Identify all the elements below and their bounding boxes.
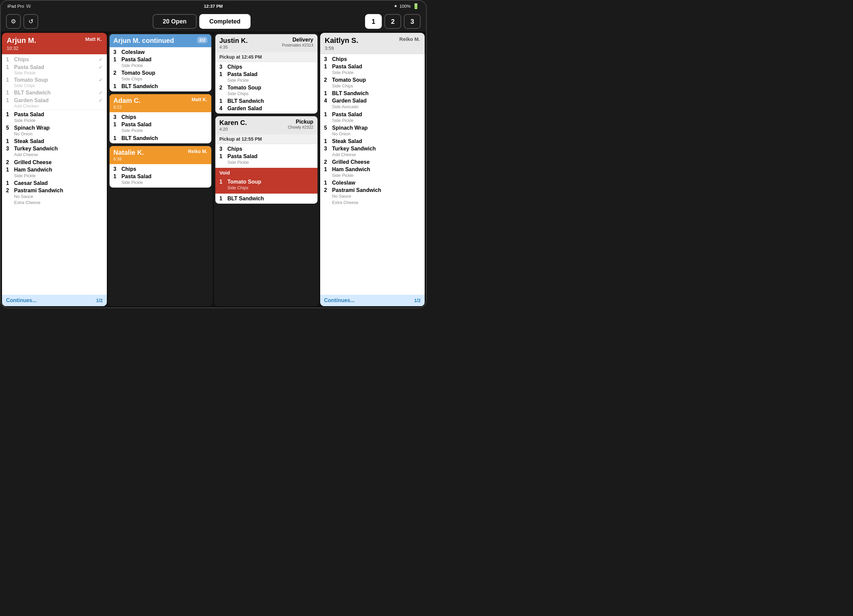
open-orders-tab[interactable]: 20 Open (153, 14, 197, 29)
list-item[interactable]: 1 Tomato Soup ✓ Side Chips (2, 76, 107, 89)
list-item[interactable]: 1 Ham Sandwich Side Pickle (2, 166, 107, 179)
list-item[interactable]: 2 Grilled Cheese (2, 159, 107, 166)
time-display: 12:37 PM (204, 4, 223, 9)
adam-card: Adam C. 8:22 Matt K. 3Chips 1Pasta Salad… (109, 94, 212, 143)
battery-label: 100% (399, 4, 411, 9)
list-item[interactable]: 3Chips (320, 56, 425, 63)
adam-name: Adam C. (114, 97, 141, 105)
settings-button[interactable]: ⚙ (6, 14, 21, 29)
arjun-continued-badge: 2/2 (197, 37, 207, 43)
list-item[interactable]: 2Pastrami Sandwich No Sauce Extra Cheese (320, 187, 425, 206)
list-item[interactable]: 2Grilled Cheese (320, 158, 425, 166)
list-item[interactable]: 1BLT Sandwich (320, 90, 425, 97)
list-item[interactable]: 3 Turkey Sandwich Add Cheese (2, 145, 107, 158)
list-item[interactable]: 5Spinach Wrap No Onion (320, 124, 425, 138)
device-label: iPad Pro (8, 4, 24, 9)
list-item[interactable]: 3Chips (216, 63, 317, 71)
list-item[interactable]: 3Chips (216, 146, 317, 153)
list-item[interactable]: 1 Pasta Salad ✓ Side Pickle (2, 63, 107, 76)
kaitlyn-items: 3Chips 1Pasta Salad Side Pickle 2Tomato … (320, 54, 425, 295)
list-item[interactable]: 1Pasta Salad Side Pickle (109, 173, 212, 186)
arjun-name: Arjun M. (7, 36, 36, 45)
list-item-voided[interactable]: 1 Tomato Soup Side Chips (219, 179, 313, 191)
kaitlyn-continues-label: Continues... (324, 297, 355, 303)
arjun-continued-items: 3Coleslaw 1Pasta Salad Side Pickle 2Toma… (109, 47, 212, 91)
page-3-button[interactable]: 3 (404, 14, 420, 29)
karen-header: Karen C. 4:20 Pickup Chowly #2322 (216, 116, 317, 134)
adam-staff: Matt K. (191, 97, 207, 102)
page-1-button[interactable]: 1 (365, 14, 382, 29)
refresh-icon: ↺ (29, 18, 33, 25)
list-item[interactable]: 1Pasta Salad Side Pickle (216, 71, 317, 84)
gear-icon: ⚙ (11, 18, 16, 25)
list-item[interactable]: 1 Pasta Salad Side Pickle (2, 111, 107, 124)
list-item[interactable]: 2 Pastrami Sandwich No Sauce Extra Chees… (2, 187, 107, 206)
column-scroll: Arjun M. continued 2/2 3Coleslaw 1Pasta … (108, 33, 213, 306)
list-item[interactable]: 1Ham Sandwich Side Pickle (320, 166, 425, 179)
karen-card: Karen C. 4:20 Pickup Chowly #2322 Pickup… (216, 116, 317, 203)
list-item[interactable]: 1BLT Sandwich (109, 135, 212, 142)
column-arjun: Arjun M. 10:32 Matt K. 1 Chips ✓ 1 (2, 33, 107, 306)
natalie-header: Natalie K. 6:38 Reiko M. (109, 146, 212, 164)
list-item[interactable]: 1Pasta Salad Side Pickle (109, 121, 212, 134)
continues-label: Continues... (6, 297, 37, 303)
void-label: Void (219, 170, 313, 176)
kaitlyn-continues-pages: 1/2 (414, 298, 420, 303)
list-item[interactable]: 5 Spinach Wrap No Onion (2, 124, 107, 138)
list-item[interactable]: 1 Steak Salad (2, 138, 107, 145)
continues-footer[interactable]: Continues... 1/2 (2, 295, 107, 306)
toolbar: ⚙ ↺ 20 Open Completed 1 2 3 (1, 11, 426, 32)
divider (2, 110, 107, 110)
list-item[interactable]: 3Coleslaw (109, 49, 212, 56)
main-content: Arjun M. 10:32 Matt K. 1 Chips ✓ 1 (1, 32, 426, 308)
karen-items: 3Chips 1Pasta Salad Side Pickle (216, 144, 317, 167)
list-item[interactable]: 1BLT Sandwich (109, 83, 212, 90)
column-kaitlyn: Kaitlyn S. 3:59 Reiko M. 3Chips 1Pasta S… (320, 33, 425, 306)
list-item[interactable]: 2Tomato Soup Side Chips (320, 76, 425, 90)
list-item[interactable]: 1 Chips ✓ (2, 56, 107, 63)
list-item[interactable]: 1 BLT Sandwich ✓ (2, 89, 107, 97)
column-middle-left: Arjun M. continued 2/2 3Coleslaw 1Pasta … (108, 33, 213, 306)
list-item[interactable]: 2Tomato Soup Side Chips (109, 69, 212, 83)
list-item[interactable]: 1Pasta Salad Side Pickle (216, 153, 317, 166)
kaitlyn-continues-footer[interactable]: Continues... 1/2 (320, 295, 425, 306)
column-scroll-2: Justin K. 4:35 Delivery Postmates #2313 … (214, 33, 319, 306)
tab-group: 20 Open Completed (41, 14, 362, 29)
arjun-items: 1 Chips ✓ 1 Pasta Salad ✓ Side Pickle (2, 54, 107, 295)
karen-after-void: 1BLT Sandwich (216, 194, 317, 204)
justin-type: Delivery (282, 37, 313, 43)
refresh-button[interactable]: ↺ (23, 14, 38, 29)
list-item[interactable]: 1BLT Sandwich (216, 97, 317, 105)
adam-header: Adam C. 8:22 Matt K. (109, 94, 212, 112)
list-item[interactable]: 1Coleslaw (320, 179, 425, 187)
ipad-frame: iPad Pro 𝕎 12:37 PM ★ 100% 🔋 ⚙ ↺ 20 Open… (0, 0, 426, 308)
completed-tab[interactable]: Completed (199, 14, 250, 29)
page-2-button[interactable]: 2 (384, 14, 401, 29)
battery-icon: 🔋 (413, 3, 419, 9)
list-item[interactable]: 3Chips (109, 165, 212, 173)
arjun-continued-card: Arjun M. continued 2/2 3Coleslaw 1Pasta … (109, 34, 212, 91)
justin-time: 4:35 (219, 44, 247, 50)
list-item[interactable]: 3Chips (109, 114, 212, 121)
list-item[interactable]: 4Garden Salad Side Avocado (320, 97, 425, 111)
list-item[interactable]: 1Steak Salad (320, 138, 425, 145)
list-item[interactable]: 1Pasta Salad Side Pickle (320, 63, 425, 76)
justin-card: Justin K. 4:35 Delivery Postmates #2313 … (216, 34, 317, 114)
natalie-time: 6:38 (114, 156, 144, 161)
list-item[interactable]: 1Pasta Salad Side Pickle (109, 56, 212, 69)
kaitlyn-time: 3:59 (325, 46, 358, 51)
list-item[interactable]: 1 Garden Salad ✓ Add Chicken (2, 97, 107, 109)
natalie-name: Natalie K. (114, 149, 144, 156)
arjun-continued-name: Arjun M. continued (114, 37, 174, 44)
natalie-card: Natalie K. 6:38 Reiko M. 3Chips 1Pasta S… (109, 146, 212, 188)
list-item[interactable]: 2Tomato Soup Side Chips (216, 84, 317, 97)
adam-items: 3Chips 1Pasta Salad Side Pickle 1BLT San… (109, 112, 212, 143)
list-item[interactable]: 1Pasta Salad Side Pickle (320, 111, 425, 124)
natalie-items: 3Chips 1Pasta Salad Side Pickle (109, 164, 212, 188)
wifi-icon: 𝕎 (26, 4, 31, 9)
list-item[interactable]: 4Garden Salad (216, 105, 317, 112)
list-item[interactable]: 1 Caesar Salad (2, 179, 107, 187)
list-item[interactable]: 1BLT Sandwich (216, 195, 317, 202)
justin-name: Justin K. (219, 37, 247, 44)
list-item[interactable]: 3Turkey Sandwich Add Cheese (320, 145, 425, 158)
